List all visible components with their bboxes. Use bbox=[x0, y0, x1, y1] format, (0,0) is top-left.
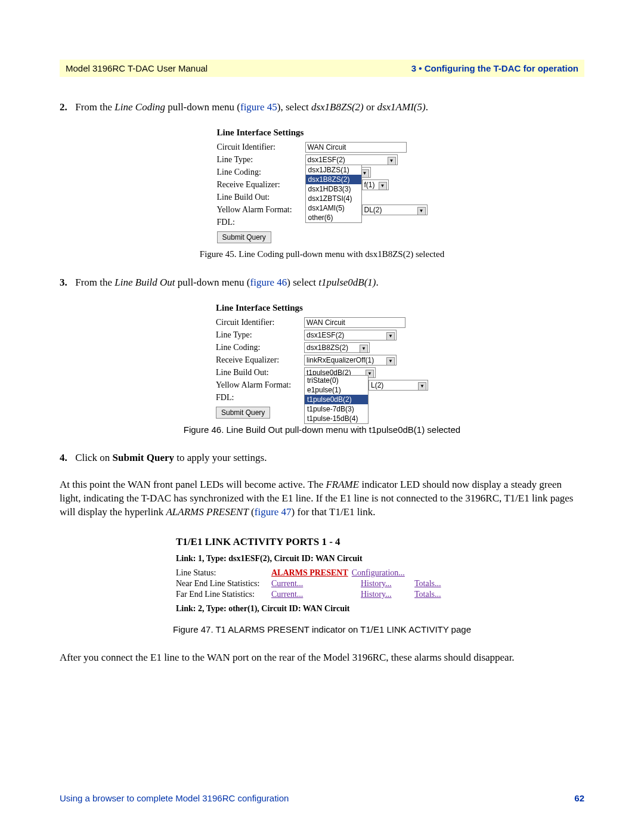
figure-47: T1/E1 LINK ACTIVITY PORTS 1 - 4 Link: 1,… bbox=[60, 536, 584, 634]
yellow-alarm-format-select[interactable]: DL(2) bbox=[362, 205, 428, 215]
receive-equalizer-label: Receive Equalizer: bbox=[216, 355, 304, 365]
link-2-header: Link: 2, Type: other(1), Circuit ID: WAN… bbox=[176, 604, 468, 614]
page-number: 62 bbox=[574, 793, 584, 803]
near-end-label: Near End Line Statistics: bbox=[176, 579, 271, 589]
circuit-identifier-label: Circuit Identifier: bbox=[216, 318, 304, 327]
line-build-out-dropdown[interactable]: triState(0) e1pulse(1) t1pulse0dB(2) t1p… bbox=[304, 375, 369, 424]
figure-46-link[interactable]: figure 46 bbox=[250, 277, 287, 288]
footer: Using a browser to complete Model 3196RC… bbox=[60, 793, 584, 803]
circuit-identifier-input[interactable]: WAN Circuit bbox=[304, 317, 405, 328]
figure-47-link[interactable]: figure 47 bbox=[255, 506, 292, 518]
submit-query-button[interactable]: Submit Query bbox=[216, 407, 270, 419]
panel-title: Line Interface Settings bbox=[216, 303, 428, 313]
dropdown-option[interactable]: t1pulse-15dB(4) bbox=[305, 414, 368, 423]
line-type-label: Line Type: bbox=[217, 155, 305, 165]
dropdown-option[interactable]: dsx1AMI(5) bbox=[306, 203, 361, 213]
dropdown-option-selected[interactable]: t1pulse0dB(2) bbox=[305, 395, 368, 404]
step-text: From the Line Build Out pull-down menu (… bbox=[75, 277, 379, 288]
yellow-alarm-format-label: Yellow Alarm Format: bbox=[217, 205, 305, 215]
circuit-identifier-label: Circuit Identifier: bbox=[217, 143, 305, 152]
line-build-out-label: Line Build Out: bbox=[217, 193, 305, 202]
figure-46: Line Interface Settings Circuit Identifi… bbox=[60, 303, 584, 435]
paragraph-2: After you connect the E1 line to the WAN… bbox=[60, 651, 584, 665]
step-2: 2. From the Line Coding pull-down menu (… bbox=[60, 101, 584, 114]
header-left: Model 3196RC T-DAC User Manual bbox=[66, 63, 208, 73]
line-interface-panel-45: Line Interface Settings Circuit Identifi… bbox=[217, 128, 428, 243]
fdl-label: FDL: bbox=[216, 393, 304, 402]
receive-equalizer-select[interactable]: f(1) bbox=[362, 179, 389, 190]
receive-equalizer-select[interactable]: linkRxEqualizerOff(1) bbox=[304, 355, 397, 366]
dropdown-option[interactable]: e1pulse(1) bbox=[305, 385, 368, 395]
line-interface-panel-46: Line Interface Settings Circuit Identifi… bbox=[216, 303, 428, 419]
totals-link[interactable]: Totals... bbox=[414, 579, 468, 589]
yellow-alarm-format-select[interactable]: L(2) bbox=[369, 380, 428, 391]
totals-link[interactable]: Totals... bbox=[414, 590, 468, 599]
dropdown-option[interactable]: dsx1JBZS(1) bbox=[306, 165, 361, 175]
link-1-header: Link: 1, Type: dsx1ESF(2), Circuit ID: W… bbox=[176, 554, 468, 563]
yellow-alarm-format-label: Yellow Alarm Format: bbox=[216, 380, 304, 390]
header-right: 3 • Configuring the T-DAC for operation bbox=[411, 63, 578, 73]
alarms-present-link[interactable]: ALARMS PRESENT bbox=[271, 568, 348, 578]
step-text: Click on Submit Query to apply your sett… bbox=[75, 452, 267, 463]
history-link[interactable]: History... bbox=[361, 590, 414, 599]
line-coding-label: Line Coding: bbox=[217, 168, 305, 177]
figure-46-caption: Figure 46. Line Build Out pull-down menu… bbox=[60, 425, 584, 435]
dropdown-option[interactable]: dsx1ZBTSI(4) bbox=[306, 194, 361, 203]
line-type-select[interactable]: dsx1ESF(2) bbox=[304, 330, 397, 340]
figure-47-caption: Figure 47. T1 ALARMS PRESENT indicator o… bbox=[60, 624, 584, 634]
history-link[interactable]: History... bbox=[361, 579, 414, 589]
step-3: 3. From the Line Build Out pull-down men… bbox=[60, 276, 584, 290]
page: Model 3196RC T-DAC User Manual 3 • Confi… bbox=[0, 0, 644, 833]
figure-45-link[interactable]: figure 45 bbox=[240, 101, 277, 113]
paragraph-1: At this point the WAN front panel LEDs w… bbox=[60, 478, 584, 519]
dropdown-option[interactable]: triState(0) bbox=[305, 376, 368, 385]
line-status-label: Line Status: bbox=[176, 568, 271, 578]
configuration-link[interactable]: Configuration... bbox=[352, 568, 405, 578]
dropdown-option-selected[interactable]: dsx1B8ZS(2) bbox=[306, 175, 361, 184]
line-build-out-label: Line Build Out: bbox=[216, 368, 304, 377]
header-bar: Model 3196RC T-DAC User Manual 3 • Confi… bbox=[60, 60, 584, 77]
step-number: 4. bbox=[60, 451, 73, 465]
activity-title: T1/E1 LINK ACTIVITY PORTS 1 - 4 bbox=[176, 536, 468, 548]
dropdown-option[interactable]: other(6) bbox=[306, 213, 361, 222]
panel-title: Line Interface Settings bbox=[217, 128, 428, 138]
line-coding-dropdown[interactable]: dsx1JBZS(1) dsx1B8ZS(2) dsx1HDB3(3) dsx1… bbox=[305, 165, 362, 223]
step-4: 4. Click on Submit Query to apply your s… bbox=[60, 451, 584, 465]
fdl-label: FDL: bbox=[217, 218, 305, 227]
step-text: From the Line Coding pull-down menu (fig… bbox=[75, 101, 428, 113]
far-end-label: Far End Line Statistics: bbox=[176, 590, 271, 599]
line-type-select[interactable]: dsx1ESF(2) bbox=[305, 154, 398, 165]
current-link[interactable]: Current... bbox=[271, 579, 361, 589]
circuit-identifier-input[interactable]: WAN Circuit bbox=[305, 142, 407, 153]
line-coding-label: Line Coding: bbox=[216, 343, 304, 352]
step-number: 3. bbox=[60, 276, 73, 290]
line-coding-select[interactable]: dsx1B8ZS(2) bbox=[304, 342, 370, 353]
figure-45: Line Interface Settings Circuit Identifi… bbox=[60, 128, 584, 259]
step-number: 2. bbox=[60, 101, 73, 114]
figure-45-caption: Figure 45. Line Coding pull-down menu wi… bbox=[60, 249, 584, 259]
submit-query-button[interactable]: Submit Query bbox=[217, 231, 271, 243]
footer-left: Using a browser to complete Model 3196RC… bbox=[60, 793, 289, 803]
current-link[interactable]: Current... bbox=[271, 590, 361, 599]
line-type-label: Line Type: bbox=[216, 330, 304, 340]
link-activity-panel: T1/E1 LINK ACTIVITY PORTS 1 - 4 Link: 1,… bbox=[176, 536, 468, 618]
dropdown-option[interactable]: t1pulse-7dB(3) bbox=[305, 404, 368, 414]
dropdown-option[interactable]: dsx1HDB3(3) bbox=[306, 184, 361, 194]
receive-equalizer-label: Receive Equalizer: bbox=[217, 180, 305, 190]
